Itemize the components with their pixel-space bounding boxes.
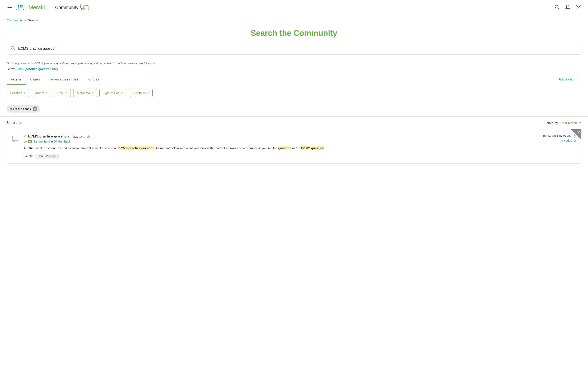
contains-filter-caret: ▼ <box>147 92 149 94</box>
active-filter-tag: in Off the Stack ✕ <box>7 105 40 113</box>
messages-icon[interactable] <box>576 5 581 10</box>
tabs-section: POSTS USERS PRIVATE MESSAGES PLACES Adva… <box>0 75 588 85</box>
search-box-container <box>7 43 581 55</box>
kudos-plus-icon: ⊕ <box>574 139 576 142</box>
result-labels: Labels: ECMS Practice <box>24 154 538 159</box>
date-filter-label: Date <box>57 91 64 95</box>
tab-posts[interactable]: POSTS <box>7 75 26 85</box>
excerpt-and: or the <box>291 146 301 150</box>
more-options-menu[interactable]: ⋮ <box>577 77 581 82</box>
results-count-bar: 34 results Sorted by: Best Match ▼ <box>0 117 588 129</box>
link-icon: 🔗 <box>87 135 90 138</box>
result-title-row: ✓ ECMS practice question - May 14th 🔗 <box>24 134 538 138</box>
svg-line-7 <box>14 49 15 51</box>
labels-prefix: Labels: <box>24 155 33 158</box>
corner-check-icon: ✓ <box>578 130 580 134</box>
meraki-logo-text: Meraki <box>28 4 45 11</box>
search-icon <box>11 46 15 51</box>
result-title-suffix: - May 14th <box>71 135 85 138</box>
community-chat-icon: ... <box>80 4 90 11</box>
metadata-filter[interactable]: Metadata ▼ <box>73 89 97 97</box>
remove-filter-button[interactable]: ✕ <box>33 106 37 111</box>
results-count: 34 results <box>7 121 22 125</box>
active-filter-label: in Off the Stack <box>10 107 31 111</box>
excerpt-after: ... <box>324 146 327 150</box>
result-card: ✓ ✓ ECMS practice question - May 14th 🔗 … <box>7 129 581 164</box>
author-link[interactable]: SandroNardi <box>33 140 50 143</box>
type-of-post-filter-label: Type of Post <box>103 91 120 95</box>
location-filter-label: Location <box>10 91 22 95</box>
community-brand: Community ... <box>55 4 90 11</box>
type-of-post-filter[interactable]: Type of Post ▼ <box>99 89 127 97</box>
breadcrumb-community-link[interactable]: Community <box>7 18 23 22</box>
community-name: Community <box>55 5 78 10</box>
svg-rect-8 <box>12 136 18 141</box>
author-filter-caret: ▼ <box>46 92 48 94</box>
result-meta: by M SandroNardi in Off the Stack <box>24 140 538 143</box>
excerpt-middle: ! Comment below with what you think is t… <box>154 146 279 150</box>
contains-filter-label: Contains <box>133 91 146 95</box>
search-section <box>0 43 588 60</box>
post-type-icon <box>12 135 20 159</box>
results-info-prefix: Showing results for <box>7 62 34 65</box>
advanced-link[interactable]: Advanced <box>559 78 574 81</box>
show-suffix: only <box>51 67 58 71</box>
search-icon-header[interactable] <box>555 5 560 10</box>
meta-in: in <box>51 140 54 143</box>
show-prefix: Show <box>7 67 16 71</box>
svg-point-6 <box>11 46 14 49</box>
solved-check: ✓ <box>24 134 26 138</box>
excerpt-highlight-3: ECMS question <box>301 146 324 150</box>
excerpt-before: Another week has gone by and as usual br… <box>24 146 118 150</box>
tabs-list: POSTS USERS PRIVATE MESSAGES PLACES <box>7 75 104 85</box>
results-query-text: ECMS practice question, cmno practice qu… <box>34 62 145 65</box>
result-excerpt: Another week has gone by and as usual br… <box>24 146 538 151</box>
metadata-filter-label: Metadata <box>77 91 90 95</box>
date-filter[interactable]: Date ▼ <box>54 89 71 97</box>
result-kudos[interactable]: 4 Kudos ⊕ <box>543 139 576 142</box>
tab-users[interactable]: USERS <box>26 75 45 85</box>
svg-line-4 <box>558 8 559 9</box>
sort-label: Sorted by: <box>544 121 559 125</box>
search-input[interactable] <box>18 47 577 51</box>
cisco-logo: cisco <box>16 5 24 10</box>
sort-caret-icon[interactable]: ▼ <box>579 121 581 124</box>
location-filter-caret: ▼ <box>24 92 26 94</box>
breadcrumb-current-page: Search <box>28 18 38 22</box>
sort-section: Sorted by: Best Match ▼ <box>544 121 581 125</box>
author-badge: M <box>28 140 32 143</box>
tab-places[interactable]: PLACES <box>83 75 104 85</box>
site-header: cisco Meraki Community ... <box>0 0 588 15</box>
filters-bar: Location ▼ Author ▼ Date ▼ Metadata ▼ Ty… <box>0 85 588 101</box>
label-tag-ecms[interactable]: ECMS Practice <box>35 154 59 159</box>
active-filters-section: in Off the Stack ✕ <box>0 101 588 117</box>
date-filter-caret: ▼ <box>65 92 67 94</box>
result-title[interactable]: ECMS practice question <box>28 134 69 138</box>
breadcrumb-separator: > <box>24 18 26 22</box>
author-filter[interactable]: Author ▼ <box>32 89 51 97</box>
page-title: Search the Community <box>7 29 581 38</box>
page-title-section: Search the Community <box>0 25 588 43</box>
svg-point-3 <box>555 5 558 8</box>
contains-filter[interactable]: Contains ▼ <box>130 89 153 97</box>
notifications-icon[interactable] <box>565 5 570 10</box>
excerpt-highlight-2: question <box>278 146 291 150</box>
tab-private-messages[interactable]: PRIVATE MESSAGES <box>45 75 83 85</box>
excerpt-highlight-1: ECMS practice question <box>118 146 154 150</box>
type-of-post-filter-caret: ▼ <box>122 92 124 94</box>
exact-query-link[interactable]: ECMS practice question <box>16 67 52 71</box>
results-more-link[interactable]: 1 more <box>145 62 155 65</box>
location-filter[interactable]: Location ▼ <box>7 89 29 97</box>
author-filter-label: Author <box>35 91 44 95</box>
metadata-filter-caret: ▼ <box>91 92 93 94</box>
breadcrumb: Community > Search <box>0 15 588 25</box>
location-link[interactable]: Off the Stack <box>54 140 71 143</box>
hamburger-menu[interactable] <box>7 5 13 10</box>
svg-text:...: ... <box>84 6 86 9</box>
sort-value[interactable]: Best Match <box>560 121 577 125</box>
results-info: Showing results for ECMS practice questi… <box>0 60 588 75</box>
